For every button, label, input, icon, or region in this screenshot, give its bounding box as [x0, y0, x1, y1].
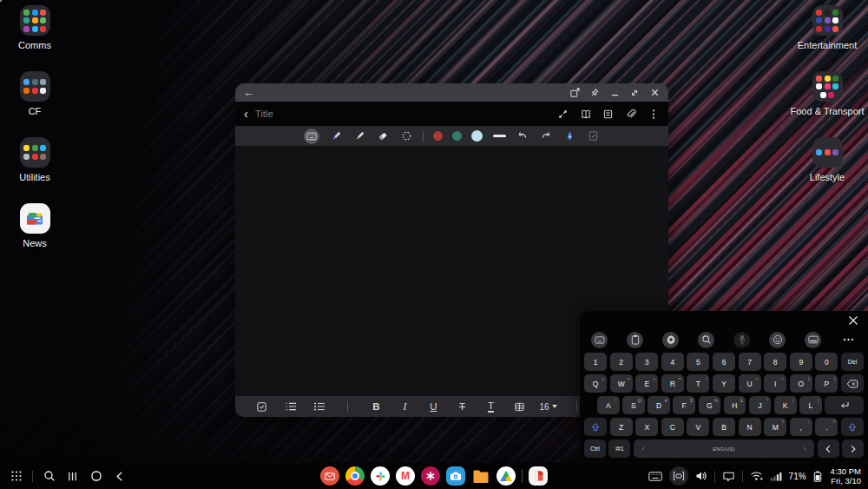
color-lightblue-swatch[interactable]: [471, 130, 483, 142]
key-2[interactable]: 2: [610, 353, 633, 371]
taskbar-clock[interactable]: 4:30 PM Fri, 3/10: [831, 466, 861, 486]
chrome-app-icon[interactable]: [345, 466, 365, 486]
highlighter-icon[interactable]: [352, 129, 366, 143]
key-s[interactable]: S@: [622, 396, 645, 414]
folder-icon[interactable]: [812, 5, 843, 36]
key-enter[interactable]: [825, 396, 864, 414]
key-1[interactable]: 1: [584, 353, 607, 371]
key-[interactable]: ,!: [790, 418, 812, 436]
strikethrough-icon[interactable]: T: [448, 400, 477, 413]
window-titlebar[interactable]: ←: [235, 83, 668, 102]
italic-icon[interactable]: I: [391, 400, 419, 413]
key-space[interactable]: ‹ENG(US)›: [634, 439, 815, 458]
key-ctrl[interactable]: Ctrl: [584, 439, 606, 458]
table-icon[interactable]: [505, 400, 534, 413]
key-e[interactable]: E÷: [635, 374, 658, 393]
key-3[interactable]: 3: [635, 353, 658, 371]
key-shift[interactable]: [584, 418, 607, 436]
key-p[interactable]: P]: [815, 374, 838, 393]
key-f[interactable]: F$: [673, 396, 695, 414]
voice-input-icon[interactable]: [733, 332, 750, 348]
font-size-dropdown[interactable]: 16: [534, 400, 562, 413]
back-icon[interactable]: [112, 469, 127, 484]
google-drive-app-icon[interactable]: [496, 466, 516, 486]
search-icon[interactable]: [42, 469, 56, 484]
desktop-item-entertainment[interactable]: Entertainment: [790, 5, 865, 51]
keyboard-layout-icon[interactable]: [805, 332, 821, 348]
desktop-item-food-transport[interactable]: Food & Transport: [790, 71, 865, 117]
key-4[interactable]: 4: [661, 353, 684, 371]
underline-icon[interactable]: U: [419, 400, 448, 413]
key-h[interactable]: H&: [724, 396, 746, 414]
close-icon[interactable]: [648, 87, 661, 99]
note-back-icon[interactable]: ‹: [244, 107, 248, 121]
key-m[interactable]: M?: [764, 418, 786, 436]
news-app-icon[interactable]: [20, 203, 50, 234]
key-j[interactable]: J*: [749, 396, 772, 414]
color-red-swatch[interactable]: [433, 131, 443, 141]
bullet-list-icon[interactable]: [305, 400, 333, 413]
keyboard-icon[interactable]: [648, 472, 662, 481]
desktop-item-news[interactable]: News: [0, 203, 72, 249]
search-icon[interactable]: [698, 332, 714, 348]
attach-icon[interactable]: [624, 108, 637, 121]
text-color-icon[interactable]: T: [477, 400, 505, 413]
key-i[interactable]: I>: [764, 374, 786, 393]
key-6[interactable]: 6: [713, 353, 735, 371]
samsung-notes-app-icon[interactable]: [529, 466, 548, 486]
minimize-icon[interactable]: [608, 87, 621, 99]
key-w[interactable]: W×: [610, 374, 633, 393]
pen-icon[interactable]: [329, 129, 343, 143]
camera-app-icon[interactable]: [446, 466, 465, 486]
desktop-item-lifestyle[interactable]: Lifestyle: [790, 137, 865, 183]
my-files-app-icon[interactable]: [471, 466, 490, 486]
key-r[interactable]: R=: [661, 374, 684, 393]
more-options-icon[interactable]: [647, 108, 660, 121]
key-l[interactable]: L): [799, 396, 822, 414]
pin-icon[interactable]: [589, 87, 601, 99]
folder-icon[interactable]: [20, 137, 50, 168]
popup-view-icon[interactable]: [569, 87, 581, 99]
key-0[interactable]: 0: [815, 353, 838, 371]
expand-icon[interactable]: [556, 108, 569, 121]
key-u[interactable]: U<: [739, 374, 761, 393]
keyboard-input-icon[interactable]: [304, 129, 319, 144]
keyboard-modes-icon[interactable]: [591, 332, 608, 348]
key-k[interactable]: K(: [774, 396, 797, 414]
spen-assist-icon[interactable]: [562, 129, 576, 143]
key-d[interactable]: D#: [648, 396, 670, 414]
key-o[interactable]: O[: [790, 374, 812, 393]
folder-icon[interactable]: [812, 71, 843, 102]
desktop-item-cf[interactable]: CF: [0, 71, 72, 117]
key-5[interactable]: 5: [687, 353, 709, 371]
page-lock-icon[interactable]: [586, 129, 600, 143]
folder-icon[interactable]: [20, 5, 50, 36]
key-y[interactable]: Y_: [713, 374, 735, 393]
page-template-icon[interactable]: [602, 108, 615, 121]
redo-icon[interactable]: [539, 129, 553, 143]
maximize-icon[interactable]: [628, 87, 641, 99]
key-v[interactable]: V:: [687, 418, 709, 436]
reading-mode-icon[interactable]: [579, 108, 592, 121]
key-q[interactable]: Q+: [584, 374, 607, 393]
asterisk-app-icon[interactable]: [421, 466, 440, 486]
keyboard-close-icon[interactable]: [848, 314, 858, 329]
key-z[interactable]: Z": [610, 418, 633, 436]
key-[interactable]: .?: [815, 418, 838, 436]
key-del[interactable]: Del: [841, 353, 864, 371]
settings-gear-icon[interactable]: [662, 332, 679, 348]
desktop-item-utilities[interactable]: Utilities: [0, 137, 72, 183]
clipboard-icon[interactable]: [627, 332, 643, 348]
apps-grid-icon[interactable]: [9, 469, 23, 484]
key-1[interactable]: !#1: [608, 439, 630, 458]
window-back-icon[interactable]: ←: [243, 87, 254, 98]
eraser-icon[interactable]: [376, 129, 390, 143]
email-app-icon[interactable]: [320, 466, 339, 486]
key-8[interactable]: 8: [764, 353, 786, 371]
key-n[interactable]: N': [739, 418, 761, 436]
key-a[interactable]: A!: [597, 396, 620, 414]
folder-icon[interactable]: [812, 137, 843, 168]
key-chevron-left[interactable]: [818, 439, 839, 458]
emoji-icon[interactable]: [769, 332, 786, 348]
key-t[interactable]: T/: [687, 374, 709, 393]
